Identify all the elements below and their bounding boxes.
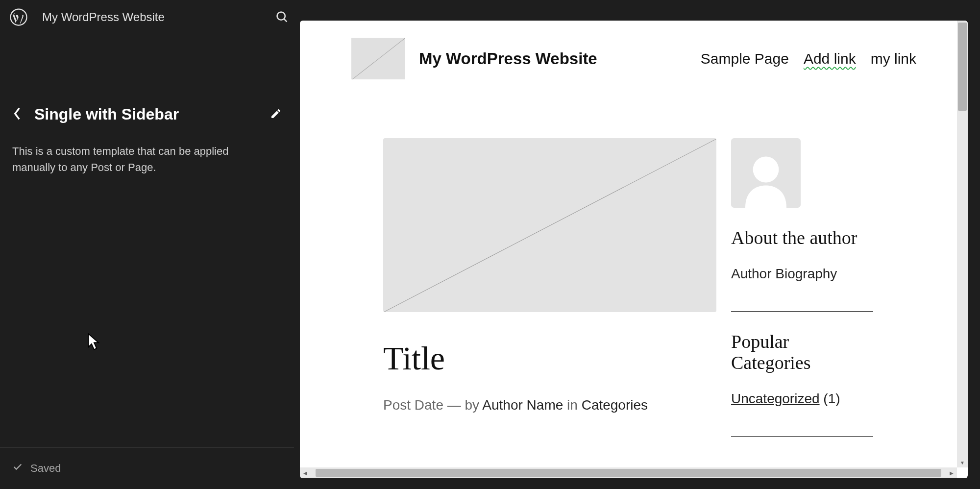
site-name[interactable]: My WordPress Website [419, 49, 597, 68]
mouse-cursor-icon [87, 333, 101, 353]
main-column: Title Post Date — by Author Name in Cate… [383, 138, 716, 437]
status-bar: Saved [0, 447, 294, 489]
check-icon [12, 462, 23, 475]
meta-separator: — [443, 397, 465, 413]
content-wrap: Title Post Date — by Author Name in Cate… [300, 97, 968, 456]
nav-link-sample-page[interactable]: Sample Page [701, 50, 789, 67]
aside-separator [731, 311, 873, 312]
author-avatar-placeholder[interactable] [731, 138, 801, 208]
aside-separator [731, 436, 873, 437]
saved-label: Saved [30, 462, 61, 475]
search-button[interactable] [272, 7, 292, 27]
scrollbar-thumb[interactable] [316, 469, 941, 477]
category-item: Uncategorized (1) [731, 391, 919, 407]
nav-link-add-link[interactable]: Add link [804, 50, 856, 67]
aside-column: About the author Author Biography Popula… [731, 138, 919, 437]
meta-in: in [563, 397, 581, 413]
category-count: (1) [820, 391, 840, 406]
svg-point-0 [11, 9, 27, 25]
category-link[interactable]: Uncategorized [731, 391, 820, 406]
svg-point-3 [753, 157, 779, 183]
svg-point-1 [277, 12, 285, 20]
vertical-scrollbar[interactable]: ▼ [957, 21, 968, 467]
post-date[interactable]: Post Date [383, 397, 443, 413]
post-meta: Post Date — by Author Name in Categories [383, 397, 716, 413]
featured-image-placeholder[interactable] [383, 138, 716, 312]
scrollbar-track[interactable] [311, 467, 946, 478]
person-icon [736, 149, 795, 208]
nav-link-my-link[interactable]: my link [871, 50, 916, 67]
sidebar-header: Single with Sidebar [12, 105, 282, 123]
scroll-down-arrow-icon[interactable]: ▼ [957, 458, 968, 467]
search-icon [275, 10, 289, 24]
site-header: My WordPress Website Sample Page Add lin… [300, 21, 968, 97]
about-author-heading[interactable]: About the author [731, 227, 919, 249]
edit-button[interactable] [270, 108, 282, 122]
preview-frame: My WordPress Website Sample Page Add lin… [300, 21, 968, 478]
wordpress-logo-icon[interactable] [10, 8, 27, 26]
site-logo-placeholder[interactable] [351, 38, 405, 79]
sidebar-panel: Single with Sidebar This is a custom tem… [0, 49, 294, 185]
author-name[interactable]: Author Name [482, 397, 563, 413]
post-title[interactable]: Title [383, 339, 716, 378]
template-description: This is a custom template that can be ap… [12, 143, 257, 175]
horizontal-scrollbar[interactable]: ◀ ▶ [300, 467, 957, 478]
site-nav: Sample Page Add link my link [701, 50, 916, 67]
preview-canvas[interactable]: My WordPress Website Sample Page Add lin… [300, 21, 968, 478]
back-button[interactable] [12, 107, 22, 122]
meta-by: by [465, 397, 483, 413]
template-title: Single with Sidebar [34, 105, 258, 123]
popular-categories-heading[interactable]: Popular Categories [731, 331, 844, 374]
scrollbar-thumb[interactable] [958, 23, 967, 111]
site-title[interactable]: My WordPress Website [42, 10, 165, 24]
svg-line-2 [284, 19, 287, 22]
post-categories[interactable]: Categories [582, 397, 648, 413]
pencil-icon [270, 108, 282, 120]
scroll-left-arrow-icon[interactable]: ◀ [300, 470, 311, 476]
chevron-left-icon [12, 107, 22, 121]
scroll-right-arrow-icon[interactable]: ▶ [946, 470, 957, 476]
author-biography[interactable]: Author Biography [731, 266, 919, 282]
